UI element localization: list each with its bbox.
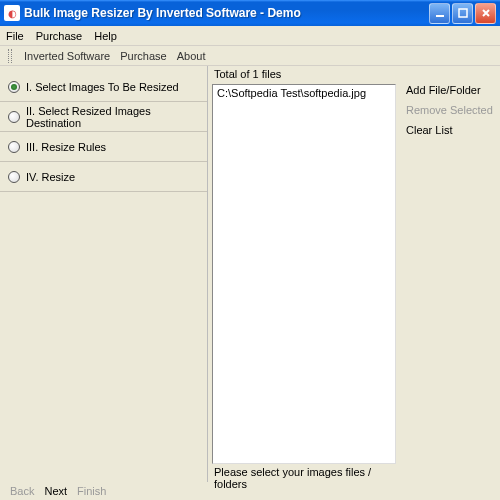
actions-panel: Add File/Folder Remove Selected Clear Li… [400, 66, 500, 482]
file-pane: Total of 1 files C:\Softpedia Test\softp… [208, 66, 400, 482]
steps-panel: I. Select Images To Be Resized II. Selec… [0, 66, 208, 482]
step-resize[interactable]: IV. Resize [0, 162, 207, 192]
toolbar: Inverted Software Purchase About [0, 46, 500, 66]
content-area: I. Select Images To Be Resized II. Selec… [0, 66, 500, 482]
step-label: IV. Resize [26, 171, 75, 183]
radio-icon [8, 81, 20, 93]
add-file-folder-button[interactable]: Add File/Folder [406, 84, 494, 96]
svg-rect-0 [436, 15, 444, 17]
title-bar: ◐ Bulk Image Resizer By Inverted Softwar… [0, 0, 500, 26]
step-select-destination[interactable]: II. Select Resized Images Destination [0, 102, 207, 132]
back-button[interactable]: Back [10, 485, 34, 497]
toolbar-about[interactable]: About [177, 50, 206, 62]
window-buttons [429, 3, 496, 24]
clear-list-button[interactable]: Clear List [406, 124, 494, 136]
instruction-label: Please select your images files / folder… [212, 464, 396, 482]
step-label: II. Select Resized Images Destination [26, 105, 199, 129]
toolbar-purchase[interactable]: Purchase [120, 50, 166, 62]
menu-bar: File Purchase Help [0, 26, 500, 46]
menu-file[interactable]: File [6, 30, 24, 42]
step-label: III. Resize Rules [26, 141, 106, 153]
minimize-button[interactable] [429, 3, 450, 24]
next-button[interactable]: Next [44, 485, 67, 497]
menu-help[interactable]: Help [94, 30, 117, 42]
toolbar-inverted-software[interactable]: Inverted Software [24, 50, 110, 62]
step-label: I. Select Images To Be Resized [26, 81, 179, 93]
file-list[interactable]: C:\Softpedia Test\softpedia.jpg [212, 84, 396, 464]
svg-rect-1 [459, 9, 467, 17]
radio-icon [8, 111, 20, 123]
list-item[interactable]: C:\Softpedia Test\softpedia.jpg [217, 87, 391, 99]
radio-icon [8, 171, 20, 183]
remove-selected-button[interactable]: Remove Selected [406, 104, 494, 116]
toolbar-grip [8, 49, 12, 63]
step-resize-rules[interactable]: III. Resize Rules [0, 132, 207, 162]
wizard-nav: Back Next Finish [0, 482, 500, 500]
total-files-label: Total of 1 files [212, 68, 396, 84]
step-select-images[interactable]: I. Select Images To Be Resized [0, 72, 207, 102]
radio-icon [8, 141, 20, 153]
app-icon: ◐ [4, 5, 20, 21]
maximize-button[interactable] [452, 3, 473, 24]
menu-purchase[interactable]: Purchase [36, 30, 82, 42]
finish-button[interactable]: Finish [77, 485, 106, 497]
close-button[interactable] [475, 3, 496, 24]
window-title: Bulk Image Resizer By Inverted Software … [24, 6, 429, 20]
